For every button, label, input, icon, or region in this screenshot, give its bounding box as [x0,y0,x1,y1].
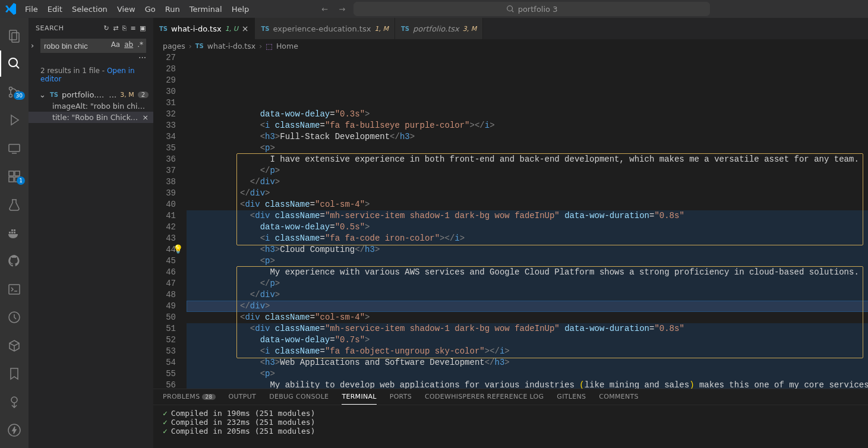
activity-thunderbolt[interactable] [0,418,29,443]
activity-bookmarks[interactable] [0,361,29,387]
ts-file-icon: TS [261,26,269,32]
scm-badge: 30 [14,92,25,100]
vscode-logo-icon [4,2,18,16]
nav-forward-icon[interactable]: → [336,2,348,16]
close-icon[interactable]: × [143,113,149,122]
panel-tabs: PROBLEMS28OUTPUTDEBUG CONSOLETERMINALPOR… [153,389,868,405]
terminal-output[interactable]: ✓Compiled in 190ms (251 modules)✓Compile… [153,405,868,448]
svg-point-3 [9,58,17,67]
svg-rect-7 [9,144,20,152]
activity-bar: 30 1 [0,18,29,448]
match-case-icon[interactable]: Aa [110,40,122,49]
svg-rect-13 [11,232,13,234]
menu-help[interactable]: Help [227,2,254,16]
activity-gitlens[interactable] [0,389,29,415]
menu-edit[interactable]: Edit [43,2,67,16]
svg-rect-1 [10,30,17,40]
more-icon[interactable]: ⋯ [138,53,146,62]
results-summary: 2 results in 1 file - Open in editor [29,64,153,89]
breadcrumb-folder[interactable]: pages [163,42,185,51]
expand-icon[interactable]: ▣ [140,24,146,32]
panel-tab-debug-console[interactable]: DEBUG CONSOLE [269,393,329,405]
panel-tab-terminal[interactable]: TERMINAL [342,393,376,405]
panel-tab-codewhisperer-reference-log[interactable]: CODEWHISPERER REFERENCE LOG [425,393,544,405]
activity-scm[interactable]: 30 [0,79,29,105]
refresh-icon[interactable]: ↻ [103,24,109,32]
activity-testing[interactable] [0,192,29,217]
activity-explorer[interactable] [0,23,29,48]
activity-remote[interactable] [0,135,29,161]
svg-rect-17 [9,285,20,294]
editor-tabs: TSwhat-i-do.tsx 1, U×TSexperience-educat… [153,18,868,39]
editor-tab[interactable]: TSportfolio.tsx 3, M [395,18,483,39]
collapse-icon[interactable]: ≡ [130,24,136,32]
menu-file[interactable]: File [20,2,43,16]
result-file-status: 3, M [120,91,134,99]
panel: PROBLEMS28OUTPUTDEBUG CONSOLETERMINALPOR… [153,389,868,448]
breadcrumb-file[interactable]: what-i-do.tsx [207,42,255,51]
ellipsis-text: … [109,90,116,99]
search-toggle-icon[interactable]: › [31,41,34,50]
menu-run[interactable]: Run [160,2,185,16]
sidebar-header: SEARCH ↻ ⇄ ⎘ ≡ ▣ [29,18,153,39]
result-match[interactable]: title: "Robo Bin Chicke...× [29,112,153,123]
svg-rect-8 [9,171,14,176]
sidebar-title: SEARCH [36,24,64,32]
svg-point-19 [11,397,17,403]
svg-rect-16 [14,229,15,231]
panel-tab-output[interactable]: OUTPUT [229,393,257,405]
panel-tab-problems[interactable]: PROBLEMS28 [163,393,216,405]
result-match[interactable]: imageAlt: "robo bin chicken i... [29,100,153,112]
clear-icon[interactable]: ⇄ [113,24,119,32]
search-input-wrap: › Aa ab .* [40,39,146,53]
line-gutter: 2728293031323334353637383940414243444546… [153,52,187,389]
activity-docker[interactable] [0,220,29,245]
result-file[interactable]: ⌄ TS portfolio.tsx … 3, M 2 [29,89,153,100]
new-file-icon[interactable]: ⎘ [122,24,127,32]
menu-go[interactable]: Go [140,2,160,16]
editor-tab[interactable]: TSexperience-education.tsx 1, M [255,18,394,39]
breadcrumbs[interactable]: pages › TS what-i-do.tsx › ⬚ Home [153,39,868,52]
match-word-icon[interactable]: ab [123,40,134,49]
menu-selection[interactable]: Selection [67,2,112,16]
ts-file-icon: TS [401,26,409,32]
ext-badge: 1 [17,176,25,185]
svg-point-0 [507,6,512,11]
activity-github[interactable] [0,248,29,274]
activity-database[interactable] [0,333,29,358]
ts-file-icon: TS [195,43,204,49]
ts-file-icon: TS [159,26,168,32]
nav-back-icon[interactable]: ← [319,2,330,16]
activity-extensions[interactable]: 1 [0,163,29,189]
activity-debug[interactable] [0,107,29,132]
sidebar: SEARCH ↻ ⇄ ⎘ ≡ ▣ › Aa ab .* ⋯ 2 results … [29,18,153,448]
command-center-text: portfolio 3 [518,5,558,14]
menu-view[interactable]: View [112,2,140,16]
command-center[interactable]: portfolio 3 [353,2,710,16]
activity-console[interactable] [0,276,29,302]
menu: FileEditSelectionViewGoRunTerminalHelp [20,2,254,16]
svg-rect-9 [15,171,20,176]
editor-area: TSwhat-i-do.tsx 1, U×TSexperience-educat… [153,18,868,448]
result-file-name: portfolio.tsx [62,90,105,99]
svg-rect-12 [9,232,11,234]
svg-rect-10 [9,177,14,182]
code-body[interactable]: 💡 data-wow-delay="0.3s"> <i className="f… [187,52,868,389]
close-icon[interactable]: × [242,24,249,33]
panel-tab-gitlens[interactable]: GITLENS [557,393,586,405]
lightbulb-icon[interactable]: 💡 [173,244,183,255]
results-tree: ⌄ TS portfolio.tsx … 3, M 2 imageAlt: "r… [29,89,153,123]
editor[interactable]: 2728293031323334353637383940414243444546… [153,52,868,389]
chevron-down-icon: ⌄ [39,90,46,99]
svg-point-4 [10,87,12,90]
activity-search[interactable] [0,51,29,76]
panel-tab-ports[interactable]: PORTS [390,393,412,405]
menu-terminal[interactable]: Terminal [185,2,227,16]
svg-rect-14 [14,232,15,234]
panel-tab-comments[interactable]: COMMENTS [599,393,639,405]
regex-icon[interactable]: .* [136,40,144,49]
activity-timeline[interactable] [0,305,29,330]
editor-tab[interactable]: TSwhat-i-do.tsx 1, U× [153,18,255,39]
breadcrumb-symbol[interactable]: Home [276,42,298,51]
ts-file-icon: TS [50,92,58,98]
